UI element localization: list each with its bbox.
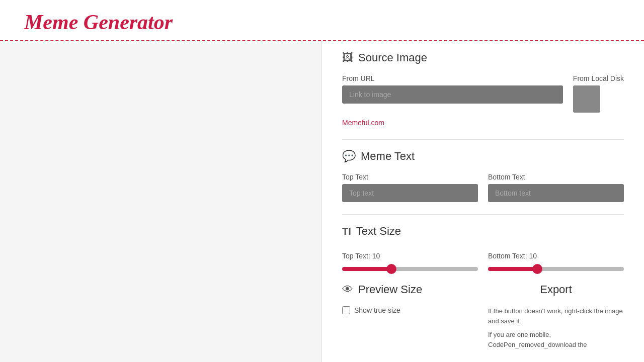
preview-size-header: 👁 Preview Size: [342, 283, 478, 298]
text-size-icon: TI: [342, 226, 351, 237]
top-text-input[interactable]: [342, 184, 478, 202]
controls-panel: 🖼 Source Image From URL From Local Disk …: [322, 41, 644, 362]
image-icon: 🖼: [342, 51, 353, 64]
text-size-title: Text Size: [356, 225, 401, 238]
export-note2: If you are one mobile, CodePen_removed_d…: [488, 330, 624, 349]
show-true-size-checkbox[interactable]: [342, 306, 350, 314]
preview-size-section: 👁 Preview Size Show true size: [342, 283, 478, 353]
app-title: Meme Generator: [24, 10, 620, 34]
from-local-group: From Local Disk: [573, 74, 624, 115]
preview-size-title: Preview Size: [358, 283, 422, 296]
source-image-section: 🖼 Source Image From URL From Local Disk …: [342, 51, 624, 127]
main-layout: 🖼 Source Image From URL From Local Disk …: [0, 41, 644, 362]
top-text-group: Top Text: [342, 173, 478, 202]
from-url-label: From URL: [342, 74, 563, 82]
app-header: Meme Generator: [0, 0, 644, 41]
eye-icon: 👁: [342, 283, 353, 296]
show-true-size-text: Show true size: [354, 306, 400, 314]
from-local-label: From Local Disk: [573, 74, 624, 82]
text-size-header: TI Text Size: [342, 225, 624, 240]
top-text-size-label: Top Text: 10: [342, 252, 478, 260]
meme-text-inputs: Top Text Bottom Text: [342, 173, 624, 202]
export-note1: If the button doesn't work, right-click …: [488, 306, 624, 326]
bottom-text-input[interactable]: [488, 184, 624, 202]
bottom-sections: 👁 Preview Size Show true size Export If …: [342, 283, 624, 353]
meme-text-header: 💬 Meme Text: [342, 150, 624, 165]
bottom-text-group: Bottom Text: [488, 173, 624, 202]
url-input[interactable]: [342, 85, 563, 104]
chat-icon: 💬: [342, 150, 356, 163]
source-image-header: 🖼 Source Image: [342, 51, 624, 66]
bottom-text-size-group: Bottom Text: 10: [488, 252, 624, 273]
export-section: Export If the button doesn't work, right…: [488, 283, 624, 353]
bottom-text-size-label: Bottom Text: 10: [488, 252, 624, 260]
from-url-group: From URL: [342, 74, 563, 115]
top-text-size-group: Top Text: 10: [342, 252, 478, 273]
file-upload-button[interactable]: [573, 85, 600, 113]
text-size-section: TI Text Size Top Text: 10 Bottom Text: 1…: [342, 214, 624, 273]
bottom-text-label: Bottom Text: [488, 173, 624, 181]
export-header: Export: [488, 283, 624, 298]
source-image-title: Source Image: [358, 51, 427, 64]
top-text-size-slider[interactable]: [342, 267, 478, 271]
export-title: Export: [540, 283, 572, 296]
bottom-text-size-slider[interactable]: [488, 267, 624, 271]
memeful-link[interactable]: Memeful.com: [342, 119, 384, 127]
meme-text-section: 💬 Meme Text Top Text Bottom Text: [342, 139, 624, 202]
top-text-label: Top Text: [342, 173, 478, 181]
meme-text-title: Meme Text: [361, 150, 415, 163]
show-true-size-label[interactable]: Show true size: [342, 306, 478, 314]
canvas-panel: [0, 41, 322, 362]
text-size-sliders: Top Text: 10 Bottom Text: 10: [342, 248, 624, 273]
source-image-inputs: From URL From Local Disk: [342, 74, 624, 115]
